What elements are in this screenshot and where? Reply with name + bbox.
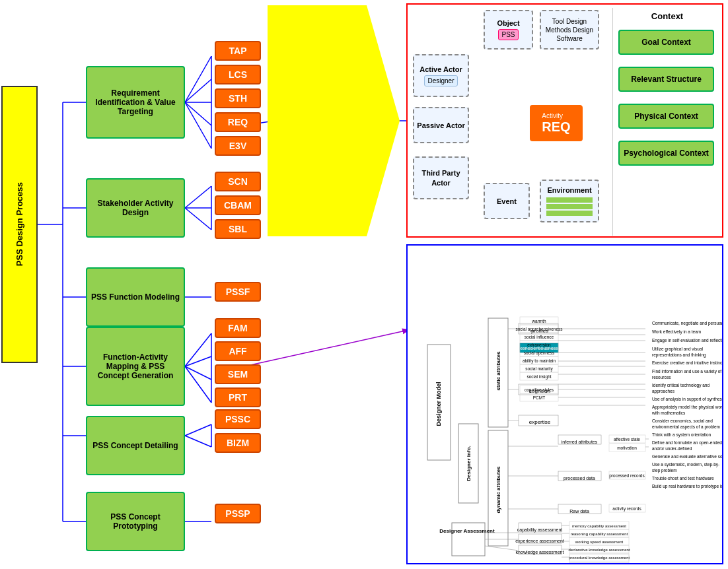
- svg-text:processed records: processed records: [609, 473, 645, 479]
- physical-context-box: Physical Context: [618, 104, 714, 129]
- svg-text:reasoning capability assessmen: reasoning capability assessment: [571, 532, 628, 536]
- svg-text:Engage in self-evaluation and : Engage in self-evaluation and reflection: [652, 338, 723, 343]
- method-cbam: CBAM: [215, 195, 261, 215]
- environment-box: Environment: [540, 180, 599, 222]
- process-fam: Function-Activity Mapping & PSS Concept …: [86, 327, 185, 406]
- goal-context-box: Goal Context: [618, 30, 714, 55]
- environment-label: Environment: [547, 186, 591, 194]
- svg-text:resources: resources: [652, 375, 671, 380]
- method-sem: SEM: [215, 364, 261, 384]
- svg-text:Find information and use a var: Find information and use a variety of: [652, 369, 721, 374]
- svg-line-21: [185, 366, 211, 380]
- active-actor-box: Active Actor Designer: [413, 54, 469, 97]
- svg-line-14: [185, 186, 211, 208]
- svg-text:affective state: affective state: [614, 437, 640, 442]
- env-bar-3: [546, 211, 593, 216]
- tool-label: Tool Design Methods Design Software: [541, 17, 598, 43]
- svg-text:representations and thinking: representations and thinking: [652, 352, 706, 358]
- svg-text:social openness: social openness: [524, 351, 555, 356]
- event-box: Event: [484, 183, 530, 219]
- svg-text:Consider economics, social and: Consider economics, social and: [652, 418, 713, 423]
- third-party-box: Third Party Actor: [413, 156, 469, 199]
- svg-text:cognitive styles: cognitive styles: [525, 387, 554, 393]
- svg-line-22: [185, 366, 211, 403]
- env-bar-2: [546, 204, 593, 209]
- svg-text:procedural knowledge assessmen: procedural knowledge assessment: [569, 556, 630, 560]
- svg-text:PCMT: PCMT: [533, 395, 545, 400]
- designer-assessment-label: Designer Assessment: [439, 528, 495, 534]
- svg-line-9: [185, 79, 211, 102]
- active-actor-label: Active Actor: [419, 65, 462, 73]
- svg-text:approaches: approaches: [652, 389, 675, 394]
- designer-box: Designer: [424, 75, 457, 86]
- tool-box: Tool Design Methods Design Software: [540, 10, 599, 50]
- bottom-diagram-svg: Designer Model Designer info. static att…: [408, 246, 723, 564]
- method-prt: PRT: [215, 387, 261, 407]
- process-req: Requirement Identification & Value Targe…: [86, 66, 185, 139]
- svg-text:declarative knowledge assessme: declarative knowledge assessment: [568, 548, 630, 552]
- method-bizm: BIZM: [215, 433, 261, 453]
- method-fam: FAM: [215, 318, 261, 338]
- svg-text:Use of analysis in support of : Use of analysis in support of synthesis: [652, 397, 723, 402]
- svg-rect-101: [569, 562, 629, 564]
- svg-text:Appropriately model the physic: Appropriately model the physical world: [652, 405, 723, 410]
- pss-label-text: PSS Design Process: [15, 182, 25, 266]
- passive-actor-box: Passive Actor: [413, 107, 469, 143]
- svg-text:memory capability assessment: memory capability assessment: [572, 524, 626, 528]
- svg-line-89: [485, 546, 519, 551]
- process-pssp: PSS Concept Prototyping: [86, 492, 185, 551]
- relevant-structure-box: Relevant Structure: [618, 67, 714, 92]
- svg-text:social insight: social insight: [527, 374, 551, 380]
- svg-text:Define and formulate an open-e: Define and formulate an open-ended: [652, 440, 722, 446]
- svg-line-8: [185, 56, 211, 102]
- svg-text:Generate and evaluate alternat: Generate and evaluate alternative soluti…: [652, 454, 723, 459]
- bottom-right-diagram: Designer Model Designer info. static att…: [406, 244, 723, 564]
- static-attributes-text: static attributes: [495, 351, 501, 391]
- svg-line-20: [185, 356, 211, 366]
- method-pssp: PSSP: [215, 504, 261, 523]
- svg-text:Work effectively in a team: Work effectively in a team: [652, 329, 701, 335]
- method-scn: SCN: [215, 172, 261, 191]
- svg-text:Identify critical technology a: Identify critical technology and: [652, 383, 710, 388]
- svg-text:social influence: social influence: [525, 335, 554, 339]
- svg-line-12: [185, 102, 211, 149]
- event-label: Event: [497, 197, 517, 205]
- designer-info-text: Designer info.: [466, 446, 472, 481]
- svg-text:motivation: motivation: [617, 446, 637, 450]
- svg-text:with mathematics: with mathematics: [651, 411, 686, 415]
- inferred-attr-label: inferred attributes: [562, 440, 598, 444]
- svg-text:step problem: step problem: [652, 468, 677, 473]
- svg-text:activity records: activity records: [612, 506, 641, 512]
- env-bar-1: [546, 197, 593, 203]
- main-container: PSS Design Process Requirement Identific…: [0, 0, 728, 569]
- psychological-context-box: Psychological Context: [618, 141, 714, 166]
- svg-text:and/or under-defined: and/or under-defined: [652, 446, 692, 451]
- svg-text:Use a systematic, modern, step: Use a systematic, modern, step-by-: [652, 462, 719, 467]
- method-sth: STH: [215, 88, 261, 108]
- req-label: REQ: [542, 119, 570, 135]
- req-center: Activity REQ: [530, 105, 583, 141]
- activity-label: Activity: [542, 112, 570, 119]
- svg-line-24: [185, 424, 211, 436]
- method-sbl: SBL: [215, 219, 261, 239]
- third-party-label: Third Party Actor: [414, 168, 468, 187]
- pss-box: PSS: [498, 29, 518, 40]
- dynamic-attributes-text: dynamic attributes: [495, 466, 501, 514]
- passive-actor-label: Passive Actor: [417, 121, 464, 129]
- method-e3v: E3V: [215, 136, 261, 156]
- svg-text:Trouble-shoot and test hardwar: Trouble-shoot and test hardware: [652, 476, 714, 481]
- svg-text:Build up real hardware to prot: Build up real hardware to prototype idea…: [652, 484, 723, 489]
- method-aff: AFF: [215, 341, 261, 361]
- svg-text:working speed assessment: working speed assessment: [575, 540, 624, 544]
- svg-text:Communicate, negotiate and per: Communicate, negotiate and persuade: [652, 321, 723, 326]
- svg-text:environmental aspects of a pro: environmental aspects of a problem: [652, 424, 720, 430]
- method-pssc: PSSC: [215, 409, 261, 429]
- expertise-label: expertise: [529, 419, 551, 425]
- svg-line-11: [185, 102, 211, 125]
- top-right-diagram: Object PSS Tool Design Methods Design So…: [406, 3, 723, 238]
- yellow-chevron: [268, 5, 400, 236]
- process-stakeholder: Stakeholder Activity Design: [86, 178, 185, 238]
- designer-model-text: Designer Model: [435, 382, 442, 426]
- raw-data-label: Raw data: [569, 509, 589, 514]
- pss-label: PSS Design Process: [1, 86, 38, 363]
